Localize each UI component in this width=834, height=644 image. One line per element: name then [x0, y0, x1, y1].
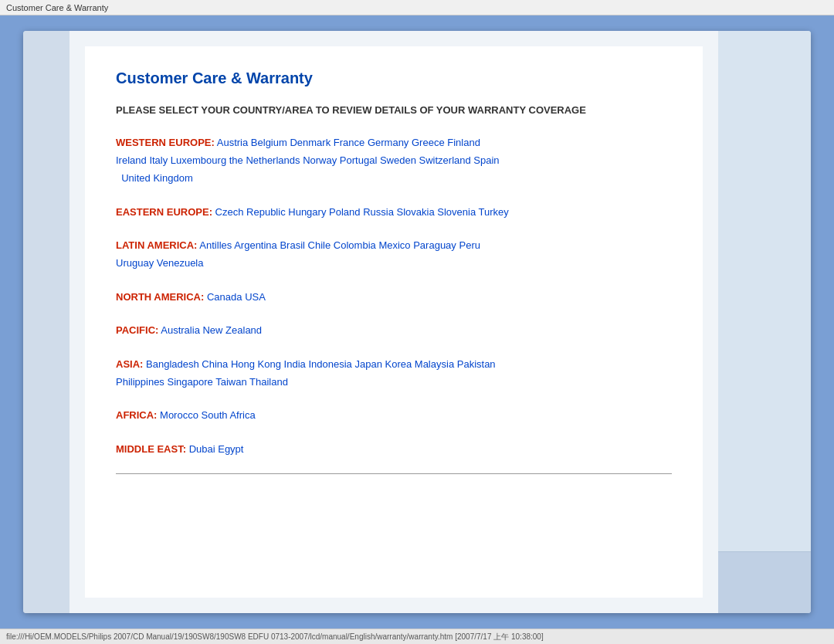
- country-spain[interactable]: Spain: [473, 154, 499, 166]
- region-label-latin-america: LATIN AMERICA:: [116, 239, 197, 251]
- region-pacific: PACIFIC: Australia New Zealand: [116, 321, 672, 339]
- region-label-western-europe: WESTERN EUROPE:: [116, 137, 215, 148]
- region-western-europe: WESTERN EUROPE: Austria Belgium Denmark …: [116, 134, 672, 188]
- country-chile[interactable]: Chile: [308, 239, 331, 251]
- country-hong-kong[interactable]: Hong Kong: [231, 358, 281, 370]
- country-italy[interactable]: Italy: [149, 154, 168, 166]
- country-france[interactable]: France: [334, 137, 364, 148]
- country-japan[interactable]: Japan: [354, 358, 381, 370]
- title-bar: Customer Care & Warranty: [0, 0, 834, 15]
- country-india[interactable]: India: [284, 358, 306, 370]
- country-china[interactable]: China: [202, 358, 228, 370]
- country-austria[interactable]: Austria: [217, 137, 248, 148]
- country-south-africa[interactable]: South Africa: [202, 409, 256, 421]
- country-indonesia[interactable]: Indonesia: [308, 358, 351, 370]
- page-title: Customer Care & Warranty: [116, 69, 672, 87]
- country-greece[interactable]: Greece: [412, 137, 445, 148]
- country-finland[interactable]: Finland: [447, 137, 480, 148]
- region-asia: ASIA: Bangladesh China Hong Kong India I…: [116, 355, 672, 391]
- country-new-zealand[interactable]: New Zealand: [202, 324, 262, 336]
- country-paraguay[interactable]: Paraguay: [413, 239, 456, 251]
- country-canada[interactable]: Canada: [207, 291, 242, 303]
- country-uruguay[interactable]: Uruguay: [116, 257, 154, 269]
- title-bar-text: Customer Care & Warranty: [6, 3, 108, 12]
- divider: [116, 473, 672, 474]
- region-label-eastern-europe: EASTERN EUROPE:: [116, 206, 212, 218]
- country-switzerland[interactable]: Switzerland: [419, 154, 471, 166]
- country-ireland[interactable]: Ireland: [116, 154, 147, 166]
- country-russia[interactable]: Russia: [363, 206, 394, 218]
- country-uk[interactable]: United Kingdom: [121, 172, 193, 184]
- right-sidebar: [718, 31, 811, 613]
- region-latin-america: LATIN AMERICA: Antilles Argentina Brasil…: [116, 236, 672, 273]
- country-thailand[interactable]: Thailand: [249, 376, 288, 388]
- country-taiwan[interactable]: Taiwan: [215, 376, 246, 388]
- country-brasil[interactable]: Brasil: [280, 239, 305, 251]
- region-middle-east: MIDDLE EAST: Dubai Egypt: [116, 440, 672, 458]
- main-content-area: Customer Care & Warranty PLEASE SELECT Y…: [70, 31, 718, 613]
- region-africa: AFRICA: Morocco South Africa: [116, 406, 672, 424]
- country-turkey[interactable]: Turkey: [479, 206, 509, 218]
- country-luxembourg[interactable]: Luxembourg: [171, 154, 226, 166]
- country-denmark[interactable]: Denmark: [290, 137, 331, 148]
- region-label-africa: AFRICA:: [116, 409, 157, 421]
- status-bar-url: file:///Hi/OEM.MODELS/Philips 2007/CD Ma…: [6, 632, 544, 642]
- country-netherlands[interactable]: the Netherlands: [229, 154, 300, 166]
- region-label-north-america: NORTH AMERICA:: [116, 291, 204, 303]
- region-label-asia: ASIA:: [116, 358, 143, 370]
- region-label-middle-east: MIDDLE EAST:: [116, 443, 186, 455]
- country-egypt[interactable]: Egypt: [218, 443, 243, 455]
- country-germany[interactable]: Germany: [368, 137, 409, 148]
- country-australia[interactable]: Australia: [161, 324, 200, 336]
- country-antilles[interactable]: Antilles: [199, 239, 232, 251]
- country-czech[interactable]: Czech Republic: [215, 206, 286, 218]
- country-venezuela[interactable]: Venezuela: [157, 257, 204, 269]
- country-korea[interactable]: Korea: [385, 358, 412, 370]
- country-philippines[interactable]: Philippines: [116, 376, 164, 388]
- country-malaysia[interactable]: Malaysia: [415, 358, 454, 370]
- country-dubai[interactable]: Dubai: [189, 443, 215, 455]
- country-colombia[interactable]: Colombia: [334, 239, 376, 251]
- right-sidebar-top: [718, 31, 811, 551]
- content-wrapper: Customer Care & Warranty PLEASE SELECT Y…: [85, 46, 703, 598]
- country-poland[interactable]: Poland: [329, 206, 360, 218]
- country-norway[interactable]: Norway: [303, 154, 337, 166]
- region-label-pacific: PACIFIC:: [116, 324, 158, 336]
- country-slovakia[interactable]: Slovakia: [397, 206, 435, 218]
- page-layout: Customer Care & Warranty PLEASE SELECT Y…: [23, 31, 811, 613]
- country-hungary[interactable]: Hungary: [288, 206, 326, 218]
- country-sweden[interactable]: Sweden: [380, 154, 416, 166]
- status-bar: file:///Hi/OEM.MODELS/Philips 2007/CD Ma…: [0, 629, 834, 644]
- country-slovenia[interactable]: Slovenia: [437, 206, 476, 218]
- browser-window: Customer Care & Warranty Customer Care &…: [0, 0, 834, 644]
- outer-wrapper: Customer Care & Warranty PLEASE SELECT Y…: [0, 15, 834, 629]
- country-usa[interactable]: USA: [245, 291, 266, 303]
- right-sidebar-bottom: [718, 551, 811, 613]
- country-belgium[interactable]: Belgium: [251, 137, 287, 148]
- left-sidebar: [23, 31, 70, 613]
- country-morocco[interactable]: Morocco: [160, 409, 198, 421]
- country-peru[interactable]: Peru: [459, 239, 480, 251]
- instruction-text: PLEASE SELECT YOUR COUNTRY/AREA TO REVIE…: [116, 103, 672, 118]
- country-pakistan[interactable]: Pakistan: [457, 358, 496, 370]
- country-argentina[interactable]: Argentina: [234, 239, 277, 251]
- country-portugal[interactable]: Portugal: [340, 154, 377, 166]
- country-bangladesh[interactable]: Bangladesh: [146, 358, 199, 370]
- country-singapore[interactable]: Singapore: [168, 376, 213, 388]
- region-eastern-europe: EASTERN EUROPE: Czech Republic Hungary P…: [116, 203, 672, 221]
- region-north-america: NORTH AMERICA: Canada USA: [116, 288, 672, 306]
- country-mexico[interactable]: Mexico: [378, 239, 410, 251]
